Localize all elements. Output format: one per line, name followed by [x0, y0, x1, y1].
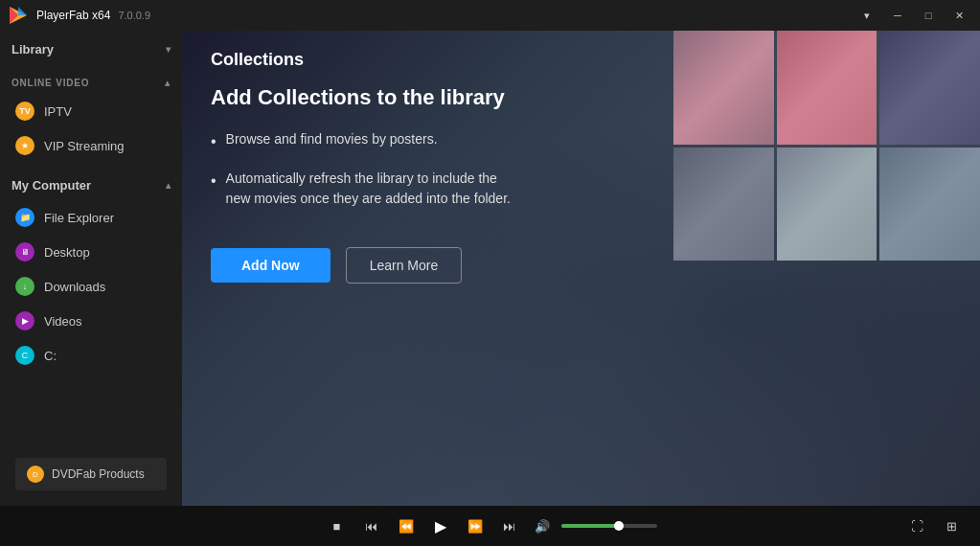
volume-thumb: [614, 521, 624, 531]
stop-button[interactable]: ■: [324, 512, 351, 539]
action-row: Add Now Learn More: [211, 247, 951, 284]
volume-fill: [561, 524, 619, 528]
grid-button[interactable]: ⊞: [938, 512, 965, 539]
sidebar-item-iptv[interactable]: TV IPTV: [0, 94, 182, 128]
app-name: PlayerFab x64: [36, 9, 110, 22]
page-title: Collections: [211, 50, 951, 70]
vip-streaming-label: VIP Streaming: [44, 139, 125, 153]
learn-more-button[interactable]: Learn More: [346, 247, 463, 284]
c-drive-icon: C: [15, 346, 34, 365]
sidebar-item-downloads[interactable]: ↓ Downloads: [0, 269, 182, 304]
minimize-button[interactable]: ─: [884, 6, 911, 25]
dvdfab-icon: D: [27, 466, 44, 483]
fast-forward-button[interactable]: ⏩: [462, 512, 489, 539]
sidebar-item-videos[interactable]: ▶ Videos: [0, 304, 182, 338]
content-area: Collections Add Collections to the libra…: [182, 31, 980, 506]
add-now-button[interactable]: Add Now: [211, 248, 330, 283]
content-overlay: Collections Add Collections to the libra…: [182, 31, 980, 506]
file-explorer-icon: 📁: [15, 208, 34, 227]
title-bar-controls: ▾ ─ □ ✕: [854, 6, 972, 25]
restore-button[interactable]: □: [915, 6, 942, 25]
skip-back-button[interactable]: ⏮: [358, 512, 385, 539]
bullet-2-icon: •: [211, 170, 217, 193]
sidebar-header-library[interactable]: Library ▾: [0, 34, 182, 64]
online-video-chevron-icon: ▴: [165, 78, 171, 88]
sidebar-section-my-computer: My Computer ▴ 📁 File Explorer 🖥 Desktop …: [0, 167, 182, 376]
my-computer-chevron-icon: ▴: [166, 180, 171, 191]
dropdown-button[interactable]: ▾: [854, 6, 880, 25]
sidebar: Library ▾ ONLINE VIDEO ▴ TV IPTV ★ VIP S…: [0, 31, 182, 506]
rewind-button[interactable]: ⏪: [393, 512, 420, 539]
feature-list: • Browse and find movies by posters. • A…: [211, 129, 951, 224]
main-layout: Library ▾ ONLINE VIDEO ▴ TV IPTV ★ VIP S…: [0, 31, 980, 506]
sidebar-subheader-online-video[interactable]: ONLINE VIDEO ▴: [0, 72, 182, 94]
player-bar: ■ ⏮ ⏪ ▶ ⏩ ⏭ 🔊 ⛶ ⊞: [0, 506, 980, 546]
app-logo-icon: [8, 5, 29, 26]
feature-item-2: • Automatically refresh the library to i…: [211, 169, 951, 209]
dvdfab-products-button[interactable]: D DVDFab Products: [15, 458, 167, 490]
sidebar-item-desktop[interactable]: 🖥 Desktop: [0, 235, 182, 269]
dvdfab-section: D DVDFab Products: [0, 443, 182, 506]
iptv-icon: TV: [15, 102, 34, 121]
svg-marker-2: [18, 7, 27, 15]
sidebar-item-file-explorer[interactable]: 📁 File Explorer: [0, 200, 182, 235]
vip-streaming-icon: ★: [15, 136, 34, 155]
skip-forward-button[interactable]: ⏭: [496, 512, 523, 539]
file-explorer-label: File Explorer: [44, 211, 114, 225]
volume-icon[interactable]: 🔊: [535, 519, 550, 534]
videos-icon: ▶: [15, 311, 34, 330]
feature-text-1: Browse and find movies by posters.: [226, 129, 438, 149]
title-bar: PlayerFab x64 7.0.0.9 ▾ ─ □ ✕: [0, 0, 980, 31]
sidebar-item-c-drive[interactable]: C C:: [0, 338, 182, 373]
title-bar-left: PlayerFab x64 7.0.0.9: [8, 5, 150, 26]
right-controls: ⛶ ⊞: [903, 512, 965, 539]
downloads-icon: ↓: [15, 277, 34, 296]
play-button[interactable]: ▶: [427, 512, 454, 539]
videos-label: Videos: [44, 314, 82, 329]
desktop-icon: 🖥: [15, 242, 34, 262]
online-video-label: ONLINE VIDEO: [11, 78, 89, 88]
c-drive-label: C:: [44, 349, 57, 363]
dvdfab-label: DVDFab Products: [52, 467, 145, 481]
bullet-1-icon: •: [211, 130, 217, 153]
library-chevron-icon: ▾: [166, 44, 171, 55]
sidebar-item-vip-streaming[interactable]: ★ VIP Streaming: [0, 128, 182, 163]
fullscreen-button[interactable]: ⛶: [903, 512, 930, 539]
sidebar-section-online-video: ONLINE VIDEO ▴ TV IPTV ★ VIP Streaming: [0, 68, 182, 167]
feature-item-1: • Browse and find movies by posters.: [211, 129, 951, 153]
close-button[interactable]: ✕: [946, 6, 972, 25]
app-version: 7.0.0.9: [118, 10, 150, 21]
sidebar-header-my-computer[interactable]: My Computer ▴: [0, 171, 182, 200]
sidebar-section-library: Library ▾: [0, 31, 182, 68]
section-title: Add Collections to the library: [211, 85, 951, 110]
desktop-label: Desktop: [44, 245, 90, 260]
feature-text-2: Automatically refresh the library to inc…: [226, 169, 511, 209]
iptv-label: IPTV: [44, 104, 72, 119]
volume-slider[interactable]: [561, 524, 657, 528]
my-computer-label: My Computer: [11, 178, 91, 193]
downloads-label: Downloads: [44, 280, 105, 294]
library-label: Library: [11, 42, 54, 57]
